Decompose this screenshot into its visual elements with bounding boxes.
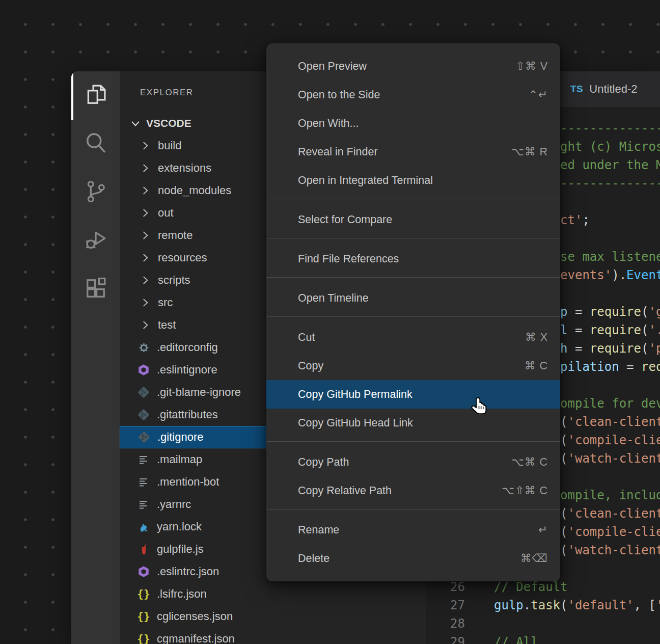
chevron-right-icon: [139, 296, 152, 309]
editorconfig-file-icon: [136, 340, 151, 355]
eslint-file-icon: [136, 565, 151, 579]
menu-separator: [266, 509, 560, 509]
menu-item-reveal-in-finder[interactable]: Reveal in Finder⌥⌘ R: [266, 138, 560, 166]
menu-item-copy-github-head-link[interactable]: Copy GitHub Head Link: [266, 409, 560, 437]
chevron-right-icon: [139, 184, 152, 197]
activity-bar-search[interactable]: [71, 120, 120, 168]
menu-item-find-file-references[interactable]: Find File References: [266, 245, 560, 273]
menu-item-copy-path[interactable]: Copy Path⌥⌘ C: [266, 448, 560, 476]
json-file-icon: {}: [136, 587, 151, 601]
chevron-right-icon: [139, 318, 152, 332]
activity-bar-explorer[interactable]: [71, 71, 120, 120]
tree-item-label: resources: [158, 251, 207, 264]
tree-item-label: .mailmap: [157, 453, 202, 466]
code-text: gulp.task('default', ['compile']);: [494, 596, 660, 614]
menu-item-cut[interactable]: Cut⌘ X: [266, 323, 560, 352]
line-number: 28: [426, 614, 465, 633]
tree-item-label: .git-blame-ignore: [157, 386, 241, 399]
text-file-icon: [136, 475, 151, 489]
menu-item-shortcut: ⌘⌫: [520, 544, 548, 573]
json-file-icon: {}: [136, 632, 151, 644]
menu-item-shortcut: ⌥⌘ C: [511, 448, 548, 476]
menu-item-label: Delete: [298, 552, 329, 565]
menu-item-shortcut: ⌃↵: [529, 81, 548, 109]
menu-item-open-preview[interactable]: Open Preview⇧⌘ V: [266, 52, 560, 81]
tab-untitled-2[interactable]: TS Untitled-2: [560, 71, 647, 107]
git-file-icon: [136, 408, 151, 422]
tree-item-label: cglicenses.json: [157, 610, 233, 623]
menu-item-copy[interactable]: Copy⌘ C: [266, 352, 560, 380]
menu-item-label: Find File References: [298, 253, 399, 265]
menu-item-label: Copy Relative Path: [298, 485, 392, 497]
menu-item-label: Copy: [298, 360, 323, 372]
yarn-file-icon: [136, 520, 151, 534]
menu-item-copy-relative-path[interactable]: Copy Relative Path⌥⇧⌘ C: [266, 476, 560, 505]
tree-file-cgmanifest-json[interactable]: {}cgmanifest.json: [120, 628, 426, 644]
menu-separator: [266, 441, 560, 442]
tree-item-label: .mention-bot: [157, 475, 219, 489]
menu-item-open-with[interactable]: Open With...: [266, 109, 560, 138]
menu-item-shortcut: ⌘ X: [525, 323, 548, 352]
chevron-right-icon: [139, 251, 152, 264]
menu-separator: [266, 238, 560, 238]
activity-bar-run-and-debug[interactable]: [71, 217, 120, 265]
menu-item-delete[interactable]: Delete⌘⌫: [266, 544, 560, 573]
menu-item-open-timeline[interactable]: Open Timeline: [266, 284, 560, 312]
menu-item-label: Open Timeline: [298, 292, 369, 304]
tree-item-label: node_modules: [158, 184, 231, 197]
menu-separator: [266, 316, 560, 317]
line-number: 29: [426, 633, 465, 644]
chevron-right-icon: [139, 229, 152, 242]
tree-item-label: .yarnrc: [157, 498, 191, 511]
menu-item-rename[interactable]: Rename↵: [266, 516, 560, 544]
tree-item-label: src: [158, 296, 173, 309]
desktop: { "colors": { "desktop_bg": "#1b1b1b", "…: [0, 0, 660, 644]
menu-item-open-to-the-side[interactable]: Open to the Side⌃↵: [266, 81, 560, 109]
tree-item-label: gulpfile.js: [157, 543, 204, 556]
search-icon: [82, 130, 109, 158]
menu-item-label: Reveal in Finder: [298, 146, 378, 158]
menu-item-shortcut: ⇧⌘ V: [515, 52, 548, 81]
git-file-icon: [136, 385, 151, 399]
tab-title: Untitled-2: [589, 83, 637, 96]
menu-item-label: Open With...: [298, 117, 359, 129]
extensions-icon: [82, 275, 109, 304]
tree-item-label: out: [158, 206, 174, 220]
tree-file--lsifrc-json[interactable]: {}.lsifrc.json: [120, 583, 426, 605]
chevron-down-icon: [129, 117, 142, 130]
tree-item-label: .lsifrc.json: [157, 587, 207, 601]
tree-item-label: test: [158, 318, 176, 332]
files-icon: [82, 82, 109, 110]
gulp-file-icon: [136, 542, 151, 556]
menu-item-label: Copy GitHub Permalink: [298, 388, 413, 400]
menu-separator: [266, 199, 560, 199]
menu-item-label: Rename: [298, 524, 339, 536]
tree-item-label: build: [158, 139, 181, 152]
menu-item-shortcut: ⌘ C: [525, 352, 548, 380]
tree-item-label: cgmanifest.json: [157, 632, 235, 644]
activity-bar-extensions[interactable]: [71, 265, 120, 313]
activity-bar-source-control[interactable]: [71, 168, 120, 217]
eslint-file-icon: [136, 363, 151, 377]
tree-file-cglicenses-json[interactable]: {}cglicenses.json: [120, 605, 426, 628]
menu-item-shortcut: ⌥⇧⌘ C: [502, 476, 548, 505]
git-file-icon: [137, 430, 151, 444]
menu-item-open-in-integrated-terminal[interactable]: Open in Integrated Terminal: [266, 166, 560, 195]
menu-item-label: Open in Integrated Terminal: [298, 174, 433, 186]
menu-separator: [266, 277, 560, 278]
code-text: // All: [494, 633, 538, 644]
menu-item-select-for-compare[interactable]: Select for Compare: [266, 205, 560, 234]
tree-item-label: remote: [158, 229, 193, 242]
menu-item-shortcut: ↵: [538, 516, 548, 544]
typescript-file-icon: TS: [570, 84, 583, 95]
chevron-right-icon: [139, 206, 152, 220]
text-file-icon: [136, 497, 151, 512]
menu-item-shortcut: ⌥⌘ R: [511, 138, 548, 166]
json-file-icon: {}: [136, 609, 151, 624]
tree-item-label: scripts: [158, 274, 190, 287]
chevron-right-icon: [139, 274, 152, 287]
text-file-icon: [136, 452, 151, 467]
menu-item-copy-github-permalink[interactable]: Copy GitHub Permalink: [266, 380, 560, 409]
activity-bar: [71, 71, 120, 644]
chevron-right-icon: [139, 162, 152, 175]
